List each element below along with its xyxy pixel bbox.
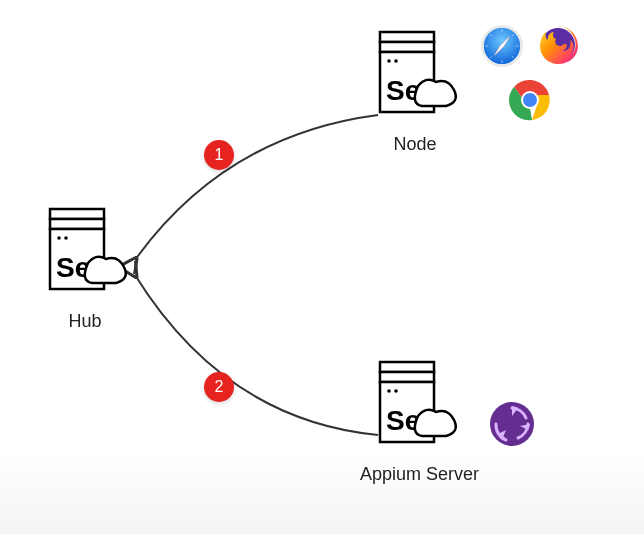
hub-label: Hub	[40, 311, 130, 332]
svg-rect-12	[380, 362, 434, 372]
svg-rect-13	[380, 372, 434, 382]
step-badge-2: 2	[204, 372, 234, 402]
safari-icon	[480, 24, 524, 68]
appium-label: Appium Server	[360, 464, 460, 485]
svg-point-9	[387, 59, 391, 63]
appium-block: Se Appium Server	[370, 358, 460, 485]
svg-point-4	[64, 236, 68, 240]
selenium-server-icon: Se	[370, 28, 460, 128]
svg-point-34	[523, 93, 537, 107]
selenium-server-icon: Se	[370, 358, 460, 458]
svg-rect-6	[380, 32, 434, 42]
selenium-server-icon: Se	[40, 205, 130, 305]
svg-point-10	[394, 59, 398, 63]
svg-point-3	[57, 236, 61, 240]
appium-icon	[488, 400, 536, 448]
node-block: Se Node	[370, 28, 460, 155]
svg-rect-1	[50, 219, 104, 229]
chrome-icon	[508, 78, 552, 122]
node-label: Node	[370, 134, 460, 155]
firefox-icon	[536, 22, 580, 66]
svg-rect-7	[380, 42, 434, 52]
hub-block: Se Hub	[40, 205, 130, 332]
svg-point-15	[387, 389, 391, 393]
step-badge-1: 1	[204, 140, 234, 170]
svg-rect-0	[50, 209, 104, 219]
svg-point-16	[394, 389, 398, 393]
